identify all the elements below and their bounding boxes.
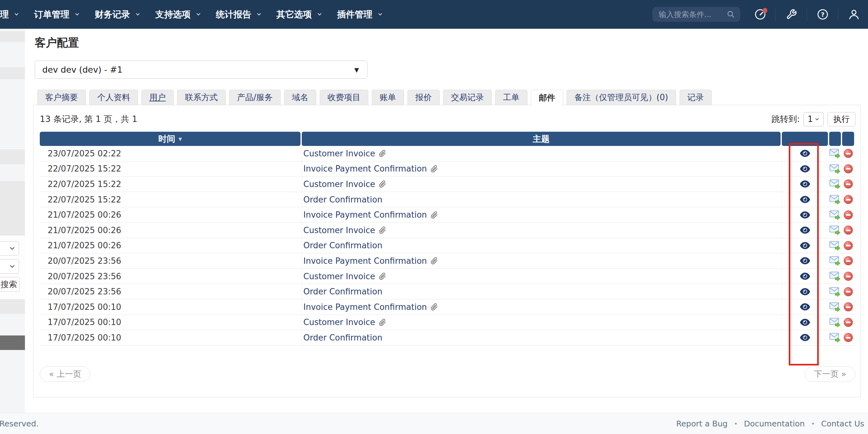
resend-email-button[interactable] (829, 177, 841, 192)
resend-email-button[interactable] (829, 299, 841, 315)
view-email-button[interactable] (782, 177, 828, 192)
email-subject-link[interactable]: Order Confirmation (303, 241, 382, 250)
jump-go-button[interactable]: 执行 (828, 112, 856, 126)
tab-工单[interactable]: 工单 (495, 90, 527, 105)
email-subject-link[interactable]: Order Confirmation (303, 333, 382, 342)
search-input[interactable] (659, 10, 726, 19)
delete-icon (844, 302, 853, 312)
email-subject-cell: Invoice Payment Confirmation (302, 207, 781, 222)
settings-button[interactable] (784, 7, 799, 22)
email-subject-link[interactable]: Customer Invoice (303, 272, 375, 281)
email-subject-link[interactable]: Order Confirmation (303, 287, 382, 296)
delete-email-button[interactable] (842, 177, 854, 192)
delete-email-button[interactable] (842, 207, 854, 222)
account-button[interactable] (846, 7, 861, 22)
navbar-menu-item[interactable]: 统计报告 (216, 8, 262, 21)
resend-email-button[interactable] (829, 223, 841, 238)
resend-email-button[interactable] (829, 162, 841, 177)
view-email-button[interactable] (782, 192, 828, 207)
navbar-menu-item[interactable]: 其它选项 (277, 8, 322, 21)
column-header-time[interactable]: 时间 ▼ (40, 132, 301, 146)
view-email-button[interactable] (782, 299, 828, 315)
tab-报价[interactable]: 报价 (407, 90, 440, 105)
next-page-button[interactable]: 下一页 » (805, 367, 856, 382)
resend-mail-icon (830, 179, 841, 189)
column-header-subject[interactable]: 主题 (302, 132, 781, 146)
view-email-button[interactable] (782, 269, 828, 284)
sidebar-filter-select-1[interactable] (0, 241, 19, 256)
email-subject-link[interactable]: Customer Invoice (303, 179, 375, 189)
view-email-button[interactable] (782, 146, 828, 161)
jump-page-select[interactable]: 1 (804, 112, 824, 126)
resend-email-button[interactable] (829, 269, 841, 284)
tab-交易记录[interactable]: 交易记录 (443, 90, 492, 105)
tab-个人资料[interactable]: 个人资料 (89, 90, 138, 105)
resend-email-button[interactable] (829, 146, 841, 161)
tab-客户摘要[interactable]: 客户摘要 (37, 90, 86, 105)
view-email-button[interactable] (782, 238, 828, 253)
dashboard-button[interactable] (753, 7, 767, 22)
resend-email-button[interactable] (829, 330, 841, 345)
view-email-button[interactable] (782, 284, 828, 299)
navbar-menu-item[interactable]: 订单管理 (34, 8, 80, 21)
resend-email-button[interactable] (829, 207, 841, 222)
delete-email-button[interactable] (842, 299, 854, 315)
delete-email-button[interactable] (842, 284, 854, 299)
footer-link-contact-us[interactable]: Contact Us (821, 419, 864, 428)
email-subject-link[interactable]: Customer Invoice (303, 149, 375, 158)
footer-link-report-a-bug[interactable]: Report a Bug (676, 419, 727, 428)
tab-邮件[interactable]: 邮件 (531, 90, 563, 106)
delete-icon (844, 149, 853, 158)
attachment-icon (430, 303, 438, 311)
sidebar-block-dark (0, 336, 25, 350)
prev-page-button[interactable]: « 上一页 (40, 367, 90, 382)
footer-link-documentation[interactable]: Documentation (744, 419, 805, 428)
delete-email-button[interactable] (842, 223, 854, 238)
resend-email-button[interactable] (829, 284, 841, 299)
view-email-button[interactable] (782, 162, 828, 177)
svg-text:?: ? (820, 11, 825, 18)
sidebar-search-button[interactable]: 搜索 (0, 277, 20, 292)
tab-label: 收费项目 (328, 92, 361, 103)
client-select-dropdown[interactable]: dev dev (dev) - #1 ▼ (35, 61, 367, 79)
help-button[interactable]: ? (815, 7, 830, 22)
email-subject-link[interactable]: Invoice Payment Confirmation (303, 302, 427, 312)
view-email-button[interactable] (782, 330, 828, 345)
global-search[interactable] (652, 7, 740, 22)
email-subject-link[interactable]: Customer Invoice (303, 317, 375, 327)
delete-email-button[interactable] (842, 238, 854, 253)
email-subject-link[interactable]: Invoice Payment Confirmation (303, 210, 427, 220)
resend-email-button[interactable] (829, 315, 841, 330)
email-subject-link[interactable]: Invoice Payment Confirmation (303, 256, 427, 266)
tab-域名[interactable]: 域名 (284, 90, 316, 105)
view-email-button[interactable] (782, 207, 828, 222)
tab-产品/服务[interactable]: 产品/服务 (229, 90, 281, 105)
view-email-button[interactable] (782, 223, 828, 238)
tab-用户[interactable]: 用户 (142, 90, 174, 105)
delete-email-button[interactable] (842, 330, 854, 345)
tab-账单[interactable]: 账单 (372, 90, 404, 105)
navbar-menu-item[interactable]: 理 (0, 8, 20, 21)
delete-email-button[interactable] (842, 162, 854, 177)
delete-email-button[interactable] (842, 253, 854, 268)
delete-email-button[interactable] (842, 192, 854, 207)
email-subject-link[interactable]: Order Confirmation (303, 195, 382, 204)
view-email-button[interactable] (782, 315, 828, 330)
navbar-menu-item[interactable]: 插件管理 (337, 8, 383, 21)
resend-email-button[interactable] (829, 253, 841, 268)
tab-联系方式[interactable]: 联系方式 (177, 90, 226, 105)
tab-备注（仅管理员可见）(0)[interactable]: 备注（仅管理员可见）(0) (566, 90, 676, 105)
navbar-menu-item[interactable]: 财务记录 (95, 8, 141, 21)
email-subject-link[interactable]: Customer Invoice (303, 226, 375, 235)
delete-email-button[interactable] (842, 146, 854, 161)
resend-email-button[interactable] (829, 192, 841, 207)
resend-email-button[interactable] (829, 238, 841, 253)
navbar-menu-item[interactable]: 支持选项 (155, 8, 202, 21)
tab-收费项目[interactable]: 收费项目 (320, 90, 368, 105)
sidebar-filter-select-2[interactable] (0, 259, 19, 273)
view-email-button[interactable] (782, 253, 828, 268)
email-subject-link[interactable]: Invoice Payment Confirmation (303, 164, 427, 173)
delete-email-button[interactable] (842, 269, 854, 284)
tab-记录[interactable]: 记录 (680, 90, 712, 105)
delete-email-button[interactable] (842, 315, 854, 330)
